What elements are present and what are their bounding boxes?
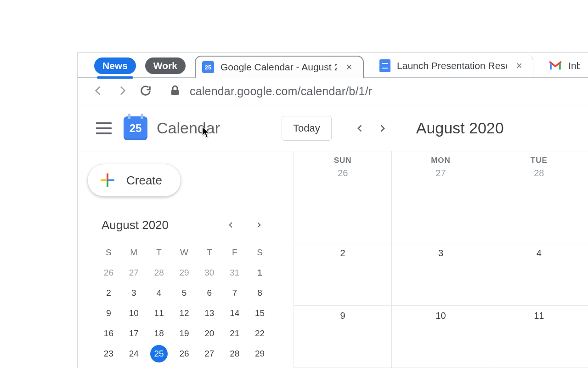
mini-day[interactable]: 11 xyxy=(147,303,172,323)
app-name: Calendar xyxy=(157,119,220,137)
chevron-right-icon[interactable] xyxy=(250,217,267,233)
mini-day[interactable]: 8 xyxy=(247,283,272,303)
day-number: 28 xyxy=(490,168,588,178)
mini-dow-label: F xyxy=(222,242,247,263)
mini-day[interactable]: 31 xyxy=(222,263,247,283)
svg-rect-0 xyxy=(171,90,179,95)
browser-tab-strip: News Work 25 Google Calendar - August 20… xyxy=(78,53,588,78)
mini-day[interactable]: 30 xyxy=(197,263,222,283)
day-number: 10 xyxy=(392,310,489,321)
mini-day[interactable]: 29 xyxy=(247,344,272,364)
day-number: 26 xyxy=(294,168,391,178)
mini-day[interactable]: 2 xyxy=(96,283,121,303)
mini-day[interactable]: 13 xyxy=(197,303,222,323)
mini-day[interactable]: 10 xyxy=(121,303,147,323)
month-day-cell[interactable]: 2 xyxy=(294,243,392,306)
reload-icon[interactable] xyxy=(139,84,152,99)
mini-day[interactable]: 3 xyxy=(121,283,147,303)
mini-day[interactable]: 15 xyxy=(247,303,272,323)
mini-day[interactable]: 22 xyxy=(247,323,272,344)
mini-day[interactable]: 28 xyxy=(222,344,247,364)
mini-day[interactable]: 19 xyxy=(172,323,197,344)
url-text[interactable]: calendar.google.com/calendar/b/1/r xyxy=(190,85,372,98)
mini-day[interactable]: 29 xyxy=(172,263,197,283)
lock-icon xyxy=(170,85,180,98)
gmail-favicon-icon xyxy=(549,61,562,71)
month-day-cell[interactable]: 11 xyxy=(490,306,588,368)
mini-day[interactable]: 5 xyxy=(172,283,197,303)
chevron-left-icon[interactable] xyxy=(352,120,368,137)
tab-group-label: News xyxy=(102,60,128,71)
mini-dow-label: S xyxy=(247,242,272,263)
mini-day[interactable]: 18 xyxy=(147,323,172,344)
forward-icon[interactable] xyxy=(115,85,129,98)
month-grid: SUN26MON27TUE2823491011 xyxy=(294,151,588,368)
cursor-icon xyxy=(202,126,210,138)
mini-day[interactable]: 26 xyxy=(172,344,197,364)
gdoc-favicon-icon xyxy=(379,59,390,72)
chevron-right-icon[interactable] xyxy=(374,120,390,137)
mini-day[interactable]: 4 xyxy=(147,283,172,303)
mini-day[interactable]: 28 xyxy=(147,263,172,283)
day-number: 3 xyxy=(392,248,489,259)
month-day-cell[interactable]: 3 xyxy=(392,243,490,306)
browser-tab-label: Google Calendar - August 20… xyxy=(220,62,337,73)
month-day-cell[interactable]: 4 xyxy=(490,243,588,306)
browser-tab-label: Inb xyxy=(568,60,580,71)
browser-toolbar: calendar.google.com/calendar/b/1/r xyxy=(78,78,588,105)
browser-tab-calendar[interactable]: 25 Google Calendar - August 20… × xyxy=(195,56,364,78)
mini-day[interactable]: 14 xyxy=(222,303,247,323)
tab-group-news[interactable]: News xyxy=(94,58,136,74)
mini-month-title: August 2020 xyxy=(102,218,169,232)
chevron-left-icon[interactable] xyxy=(223,217,239,233)
create-button[interactable]: Create xyxy=(88,164,181,196)
mini-day[interactable]: 20 xyxy=(197,323,222,344)
app-header: 25 Calendar Today August 2020 xyxy=(78,105,588,151)
mini-day[interactable]: 27 xyxy=(121,263,147,283)
month-day-cell[interactable]: MON27 xyxy=(392,151,490,243)
mini-day[interactable]: 26 xyxy=(96,263,121,283)
mini-day[interactable]: 16 xyxy=(96,323,121,344)
mini-day[interactable]: 17 xyxy=(121,323,147,344)
dow-label: SUN xyxy=(294,156,391,165)
mini-day[interactable]: 21 xyxy=(222,323,247,344)
mini-dow-label: T xyxy=(197,242,222,263)
tab-group-work[interactable]: Work xyxy=(145,58,186,74)
mini-day[interactable]: 12 xyxy=(172,303,197,323)
browser-tab-doc[interactable]: Launch Presentation Research × xyxy=(373,55,533,77)
mini-dow-label: W xyxy=(172,242,197,263)
mini-dow-label: S xyxy=(96,242,121,263)
mini-day[interactable]: 1 xyxy=(247,263,272,283)
mini-day[interactable]: 25 xyxy=(147,344,172,364)
close-icon[interactable]: × xyxy=(344,61,355,73)
tab-group-label: Work xyxy=(153,60,177,71)
mini-day[interactable]: 23 xyxy=(96,344,121,364)
month-nav xyxy=(352,120,390,137)
dow-label: TUE xyxy=(490,156,588,165)
mini-day[interactable]: 7 xyxy=(222,283,247,303)
mini-day[interactable]: 27 xyxy=(197,344,222,364)
month-day-cell[interactable]: 9 xyxy=(294,306,392,368)
close-icon[interactable]: × xyxy=(514,60,525,72)
day-number: 9 xyxy=(294,310,391,321)
back-icon[interactable] xyxy=(91,85,105,98)
month-day-cell[interactable]: SUN26 xyxy=(294,151,392,243)
create-label: Create xyxy=(126,173,162,188)
month-day-cell[interactable]: TUE28 xyxy=(490,151,588,243)
day-number: 27 xyxy=(392,168,489,178)
sidebar: Create August 2020 SMTWTFS 2627282930311… xyxy=(78,151,294,368)
mini-calendar: SMTWTFS 26272829303112345678910111213141… xyxy=(88,242,275,364)
month-day-cell[interactable]: 10 xyxy=(392,306,490,368)
mini-day[interactable]: 24 xyxy=(121,344,147,364)
browser-tab-gmail[interactable]: Inb xyxy=(543,55,588,77)
hamburger-icon[interactable] xyxy=(96,122,112,134)
gcal-logo-icon: 25 xyxy=(124,116,147,140)
mini-dow-label: T xyxy=(147,242,172,263)
mini-day[interactable]: 9 xyxy=(96,303,121,323)
browser-tab-label: Launch Presentation Research xyxy=(397,60,507,71)
dow-label: MON xyxy=(392,156,489,165)
day-number: 11 xyxy=(490,310,588,321)
today-button[interactable]: Today xyxy=(282,116,332,141)
mini-day[interactable]: 6 xyxy=(197,283,222,303)
month-label: August 2020 xyxy=(416,119,504,137)
